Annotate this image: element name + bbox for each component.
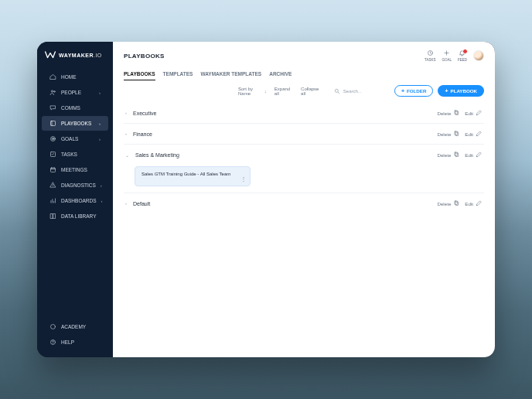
category-name: Default: [133, 201, 150, 206]
tabs-row: PLAYBOOKSTEMPLATESWAYMAKER TEMPLATESARCH…: [113, 66, 495, 80]
svg-rect-17: [51, 214, 53, 219]
edit-button[interactable]: Edit: [465, 130, 483, 138]
new-playbook-label: PLAYBOOK: [451, 88, 478, 94]
svg-rect-8: [51, 168, 56, 172]
copy-icon: [453, 109, 460, 117]
category-row: ›DefaultDeleteEdit: [124, 193, 484, 213]
sidebar-item-label: DIAGNOSTICS: [61, 182, 96, 188]
sidebar-item-goals[interactable]: GOALS›: [42, 131, 108, 146]
edit-icon: [476, 109, 483, 117]
toolbar: Sort by Name ↓ Expand all Collapse all +…: [113, 80, 495, 101]
sidebar-nav: HOMEPEOPLE›COMMSPLAYBOOKS›GOALS›TASKSMEE…: [37, 70, 113, 223]
datalibrary-icon: [49, 213, 56, 220]
category-header: ›FinanceDeleteEdit: [124, 124, 484, 144]
edit-button[interactable]: Edit: [465, 151, 483, 159]
sidebar-item-label: PEOPLE: [61, 90, 81, 95]
category-actions: DeleteEdit: [437, 200, 483, 207]
category-toggle[interactable]: ›: [125, 111, 127, 115]
playbook-card[interactable]: Sales GTM Training Guide - All Sales Tea…: [135, 166, 251, 186]
sidebar-item-dashboards[interactable]: DASHBOARDS›: [42, 193, 108, 208]
topbar-tasks-button[interactable]: TASKS: [425, 49, 435, 62]
category-toggle[interactable]: ›: [125, 201, 127, 206]
svg-point-4: [51, 137, 56, 142]
chevron-right-icon: ›: [101, 199, 103, 203]
page-title: PLAYBOOKS: [124, 53, 165, 60]
category-row: ›ExecutiveDeleteEdit: [124, 103, 484, 123]
category-toggle[interactable]: ⌄: [125, 152, 129, 158]
svg-point-25: [335, 89, 338, 92]
sidebar-item-people[interactable]: PEOPLE›: [42, 85, 108, 100]
topbar-chip-label: FEED: [458, 58, 467, 62]
tasks-icon: [49, 151, 56, 158]
category-toggle[interactable]: ›: [125, 131, 127, 136]
svg-rect-31: [455, 153, 459, 157]
tab-waymaker_templates[interactable]: WAYMAKER TEMPLATES: [200, 71, 261, 80]
comms-icon: [49, 104, 56, 111]
delete-button[interactable]: Delete: [437, 130, 460, 138]
playbooks-icon: [49, 120, 56, 127]
edit-icon: [476, 130, 483, 138]
search-field[interactable]: [334, 88, 385, 94]
svg-rect-30: [455, 131, 458, 135]
new-playbook-button[interactable]: +PLAYBOOK: [438, 85, 484, 97]
card-menu-button[interactable]: ⋮: [240, 176, 247, 182]
tab-templates[interactable]: TEMPLATES: [163, 71, 193, 80]
sidebar-item-academy[interactable]: ACADEMY: [42, 319, 108, 334]
topbar-goal-button[interactable]: GOAL: [442, 49, 452, 62]
sidebar-item-playbooks[interactable]: PLAYBOOKS›: [42, 116, 108, 131]
delete-button[interactable]: Delete: [437, 200, 460, 207]
plus-icon: +: [401, 88, 404, 94]
home-icon: [49, 73, 56, 80]
sidebar-item-datalibrary[interactable]: DATA LIBRARY: [42, 209, 108, 223]
category-name: Finance: [133, 131, 152, 137]
delete-button[interactable]: Delete: [437, 109, 460, 117]
topbar: PLAYBOOKS TASKSGOALFEED: [113, 42, 495, 66]
sidebar-item-tasks[interactable]: TASKS: [42, 147, 108, 162]
search-icon: [334, 88, 340, 94]
sidebar-item-diagnostics[interactable]: DIAGNOSTICS›: [42, 178, 108, 193]
new-folder-label: FOLDER: [407, 88, 426, 94]
copy-icon: [453, 200, 460, 207]
tab-archive[interactable]: ARCHIVE: [269, 71, 292, 80]
people-icon: [49, 89, 56, 96]
sidebar-bottom: ACADEMYHELP: [37, 319, 113, 350]
category-name: Executive: [133, 111, 156, 116]
expand-all-button[interactable]: Expand all: [275, 87, 293, 96]
delete-button[interactable]: Delete: [437, 151, 460, 159]
search-input[interactable]: [343, 89, 385, 94]
sidebar-item-label: MEETINGS: [61, 167, 87, 172]
svg-point-1: [54, 91, 56, 93]
copy-icon: [453, 151, 460, 159]
sidebar-item-label: TASKS: [61, 152, 77, 157]
sidebar-item-label: DATA LIBRARY: [61, 213, 97, 219]
edit-button[interactable]: Edit: [465, 200, 483, 207]
playbook-card-title: Sales GTM Training Guide - All Sales Tea…: [142, 172, 230, 176]
category-row: ›FinanceDeleteEdit: [124, 123, 484, 144]
content-list: ›ExecutiveDeleteEdit›FinanceDeleteEdit⌄S…: [113, 101, 495, 357]
sidebar-item-meetings[interactable]: MEETINGS: [42, 162, 108, 177]
svg-rect-33: [455, 202, 459, 206]
sidebar-item-help[interactable]: HELP: [42, 335, 108, 350]
sidebar-item-comms[interactable]: COMMS: [42, 101, 108, 115]
diagnostics-icon: [49, 182, 56, 189]
svg-rect-32: [455, 152, 458, 156]
academy-icon: [49, 323, 56, 330]
sidebar-item-label: DASHBOARDS: [61, 198, 97, 203]
sidebar: WAYMAKER.IO HOMEPEOPLE›COMMSPLAYBOOKS›GO…: [37, 42, 113, 357]
sort-by-control[interactable]: Sort by Name ↓: [238, 87, 267, 96]
edit-button[interactable]: Edit: [465, 109, 483, 117]
brand-logo: WAYMAKER.IO: [37, 51, 113, 66]
new-folder-button[interactable]: +FOLDER: [394, 85, 434, 97]
brand-name: WAYMAKER.IO: [59, 53, 102, 58]
user-avatar[interactable]: [473, 50, 484, 61]
topbar-feed-button[interactable]: FEED: [458, 49, 467, 62]
svg-line-26: [338, 92, 339, 94]
tab-playbooks[interactable]: PLAYBOOKS: [124, 71, 155, 80]
category-header: ›ExecutiveDeleteEdit: [124, 103, 484, 123]
plus-icon: [443, 49, 450, 57]
copy-icon: [453, 130, 460, 138]
sort-by-label: Sort by Name: [238, 87, 262, 96]
category-header: ⌄Sales & MarketingDeleteEdit: [124, 145, 484, 165]
collapse-all-button[interactable]: Collapse all: [301, 87, 322, 96]
sidebar-item-home[interactable]: HOME: [42, 70, 108, 84]
